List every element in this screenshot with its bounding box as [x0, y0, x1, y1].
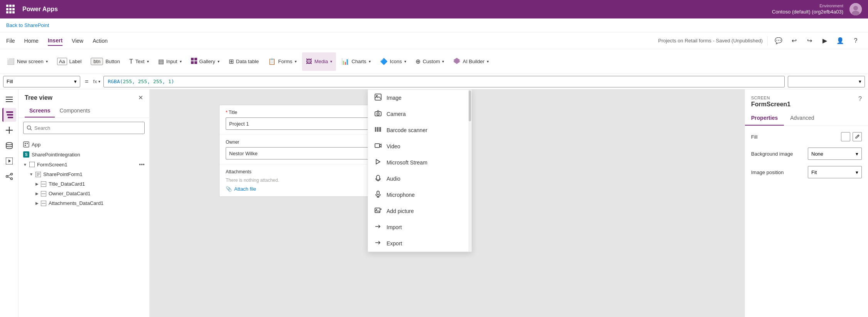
- custom-label: Custom: [423, 59, 440, 64]
- gallery-button[interactable]: Gallery ▾: [187, 52, 223, 71]
- help-icon[interactable]: ?: [849, 35, 862, 47]
- dropdown-scrollbar[interactable]: [468, 90, 471, 252]
- microsoft-stream-label: Microsoft Stream: [387, 159, 427, 166]
- undo-icon[interactable]: ↩: [788, 35, 800, 47]
- dropdown-item-camera[interactable]: Camera: [368, 106, 471, 122]
- help-button[interactable]: ?: [858, 96, 862, 102]
- tree-close-button[interactable]: ✕: [138, 94, 143, 101]
- text-button[interactable]: T Text ▾: [125, 52, 153, 71]
- media-button[interactable]: 🖼 Media ▾: [302, 52, 336, 71]
- dropdown-item-add-picture[interactable]: Add picture: [368, 203, 471, 219]
- tree-tab-screens[interactable]: Screens: [25, 104, 55, 117]
- dropdown-item-export[interactable]: Export: [368, 235, 471, 252]
- custom-button[interactable]: ⊕ Custom ▾: [412, 52, 448, 71]
- button-button[interactable]: btn Button: [87, 52, 124, 71]
- right-panel: SCREEN FormScreen1 ? Properties Advanced…: [745, 89, 868, 317]
- svg-rect-7: [6, 97, 13, 97]
- new-screen-button[interactable]: ⬜ New screen ▾: [3, 52, 52, 71]
- tree-item-title-datacard1[interactable]: ▶ Title_DataCard1: [19, 179, 149, 189]
- data-table-button[interactable]: ⊞ Data table: [225, 52, 263, 71]
- menu-file[interactable]: File: [6, 36, 15, 45]
- media-sidebar-icon[interactable]: [2, 154, 16, 168]
- user-icon[interactable]: 👤: [834, 35, 846, 47]
- data-icon[interactable]: [2, 139, 16, 153]
- formula-property-dropdown[interactable]: Fill ▾: [3, 76, 80, 87]
- formscreen1-ellipsis[interactable]: •••: [139, 161, 145, 168]
- export-icon: [374, 239, 382, 248]
- tree-item-app[interactable]: App: [19, 139, 149, 149]
- tree-search-box[interactable]: [23, 122, 145, 134]
- svg-line-22: [8, 177, 11, 178]
- dropdown-item-barcode-scanner[interactable]: Barcode scanner: [368, 122, 471, 138]
- formula-caret: ▾: [98, 79, 100, 84]
- tree-item-app-label: App: [32, 142, 41, 148]
- text-icon: T: [129, 58, 133, 65]
- gallery-icon: [191, 58, 197, 65]
- input-button[interactable]: ▤ Input ▾: [154, 52, 186, 71]
- dropdown-item-import[interactable]: Import: [368, 219, 471, 235]
- main-layout: Tree view ✕ Screens Components App S Sha…: [0, 89, 868, 317]
- svg-rect-28: [25, 145, 26, 146]
- menu-view[interactable]: View: [72, 36, 83, 45]
- redo-icon[interactable]: ↪: [803, 35, 816, 47]
- formula-text: RGBA(255, 255, 255, 1): [108, 79, 174, 84]
- svg-rect-50: [375, 144, 380, 148]
- dropdown-item-video[interactable]: Video: [368, 138, 471, 154]
- text-label: Text: [135, 59, 145, 64]
- dropdown-item-microsoft-stream[interactable]: Microsoft Stream: [368, 154, 471, 171]
- image-position-dropdown[interactable]: Fit ▾: [808, 166, 862, 178]
- menu-insert[interactable]: Insert: [48, 36, 62, 46]
- tree-search-input[interactable]: [34, 125, 141, 131]
- formula-input[interactable]: RGBA(255, 255, 255, 1): [103, 76, 785, 87]
- svg-line-24: [30, 129, 32, 131]
- dropdown-item-microphone[interactable]: Microphone: [368, 187, 471, 203]
- microphone-label: Microphone: [387, 192, 415, 198]
- avatar[interactable]: [849, 3, 862, 15]
- tree-item-owner-datacard1[interactable]: ▶ Owner_DataCard1: [19, 189, 149, 198]
- tree-item-sharepoint-label: SharePointIntegration: [32, 152, 80, 158]
- tree-item-attachments-datacard1[interactable]: ▶ Attachments_DataCard1: [19, 198, 149, 208]
- icons-button[interactable]: 🔷 Icons ▾: [376, 52, 410, 71]
- forms-button[interactable]: 📋 Forms ▾: [264, 52, 301, 71]
- dropdown-item-audio[interactable]: Audio: [368, 171, 471, 187]
- fill-eyedropper-icon[interactable]: [853, 132, 862, 141]
- attachments-datacard1-chevron-right: ▶: [35, 201, 39, 205]
- right-tab-properties[interactable]: Properties: [745, 111, 784, 126]
- tree-item-formscreen1[interactable]: ▼ FormScreen1 •••: [19, 159, 149, 169]
- connections-icon[interactable]: [2, 169, 16, 183]
- label-label: Label: [69, 59, 82, 64]
- breadcrumb-link[interactable]: Back to SharePoint: [6, 22, 49, 28]
- tree-item-sharepoint-integration[interactable]: S SharePointIntegration: [19, 149, 149, 159]
- tree-view-icon[interactable]: [2, 108, 16, 122]
- plus-icon[interactable]: [2, 123, 16, 137]
- input-icon: ▤: [158, 58, 164, 65]
- waffle-icon[interactable]: [6, 5, 15, 14]
- menu-action[interactable]: Action: [93, 36, 108, 45]
- play-icon[interactable]: ▶: [819, 35, 831, 47]
- svg-rect-54: [377, 191, 379, 195]
- sidebar-toggle-icon[interactable]: [2, 92, 16, 106]
- background-image-value: None: [811, 151, 823, 157]
- new-screen-caret: ▾: [46, 59, 48, 64]
- app-title: Power Apps: [22, 6, 58, 13]
- charts-button[interactable]: 📊 Charts ▾: [338, 52, 374, 71]
- comments-icon[interactable]: 💬: [772, 35, 785, 47]
- datacard-icon-3: [41, 201, 46, 206]
- right-panel-tabs: Properties Advanced: [745, 111, 868, 126]
- right-tab-advanced[interactable]: Advanced: [784, 111, 820, 126]
- tree-tab-components[interactable]: Components: [55, 104, 95, 117]
- charts-caret: ▾: [369, 59, 371, 64]
- fill-color-swatch[interactable]: [841, 132, 850, 141]
- button-icon: btn: [91, 58, 103, 65]
- background-image-dropdown[interactable]: None ▾: [808, 148, 862, 160]
- label-button[interactable]: Aa Label: [53, 52, 86, 71]
- tree-item-sharepointform1[interactable]: ▼ SharePointForm1: [19, 169, 149, 179]
- ai-builder-button[interactable]: AI Builder ▾: [449, 52, 492, 71]
- import-label: Import: [387, 224, 402, 230]
- media-label: Media: [314, 59, 328, 64]
- svg-line-63: [858, 136, 858, 136]
- audio-icon: [374, 174, 382, 183]
- dropdown-item-image[interactable]: Image: [368, 90, 471, 106]
- menu-home[interactable]: Home: [24, 36, 39, 45]
- formula-right-dropdown[interactable]: ▾: [788, 76, 865, 87]
